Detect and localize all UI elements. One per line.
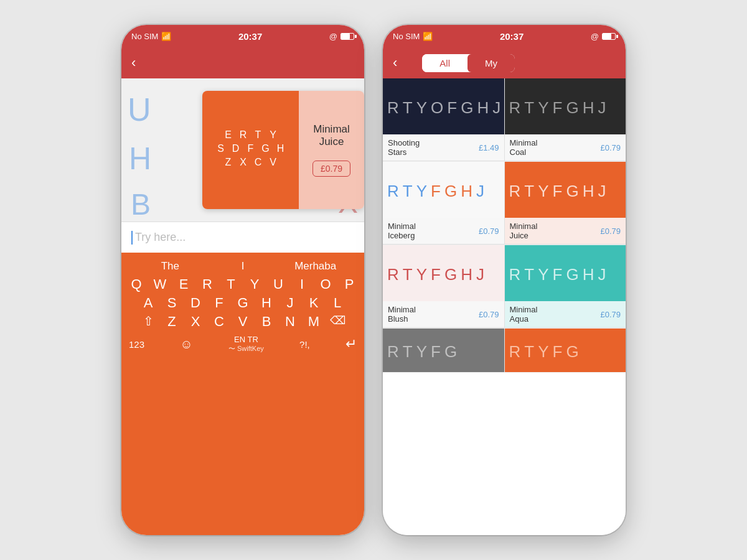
theme-price-minimal-juice: £0.79	[600, 226, 621, 236]
preview-area: U H B T F X E R T Y S D	[121, 78, 364, 222]
theme-thumb-minimal-coal: R T Y F G H J	[505, 78, 626, 134]
theme-thumb-minimal-juice: R T Y F G H J	[505, 162, 626, 218]
key-j[interactable]: J	[280, 296, 300, 310]
key-v[interactable]: V	[233, 315, 253, 329]
theme-card-info: Minimal Juice £0.79	[299, 91, 364, 209]
key-s[interactable]: S	[162, 296, 182, 310]
key-i[interactable]: I	[292, 278, 312, 291]
key-k[interactable]: K	[304, 296, 324, 310]
carrier-label-1: No SIM	[131, 32, 158, 41]
key-row-3: ⇧ Z X C V B N M ⌫	[124, 315, 362, 329]
key-e[interactable]: E	[174, 278, 194, 291]
lang-button[interactable]: EN TR	[228, 335, 264, 344]
theme-name-shooting-stars: ShootingStars	[388, 138, 420, 157]
prediction-3[interactable]: Merhaba	[279, 260, 352, 273]
float-letter-u: U	[128, 91, 151, 128]
theme-label-shooting-stars: ShootingStars £1.49	[383, 134, 504, 161]
theme-card-name: Minimal Juice	[305, 123, 358, 148]
key-n[interactable]: N	[280, 315, 300, 329]
tab-all[interactable]: All	[422, 54, 467, 72]
key-u[interactable]: U	[268, 278, 288, 291]
punctuation-button[interactable]: ?!,	[299, 339, 310, 350]
battery-icon-2	[602, 33, 616, 40]
key-w[interactable]: W	[150, 278, 170, 291]
status-bar-2: No SIM 📶 20:37 @	[383, 25, 626, 47]
theme-row-1: R T Y O F G H J ShootingStars £1.49	[383, 78, 626, 162]
key-b[interactable]: B	[256, 315, 276, 329]
key-p[interactable]: P	[339, 278, 359, 291]
backspace-icon[interactable]: ⌫	[327, 315, 347, 329]
prediction-1[interactable]: The	[134, 260, 207, 273]
segmented-control: All My	[422, 54, 515, 72]
theme-item-4-right[interactable]: R T Y F G	[505, 329, 626, 372]
theme-item-minimal-juice[interactable]: R T Y F G H J MinimalJuice £0.79	[505, 162, 626, 245]
swiftkey-logo: 〜 SwiftKey	[228, 344, 264, 353]
theme-thumb-4-left: R T Y F G	[383, 329, 504, 372]
theme-name-minimal-juice: MinimalJuice	[510, 222, 538, 240]
key-l[interactable]: L	[327, 296, 347, 310]
status-bar-1: No SIM 📶 20:37 @	[121, 25, 364, 47]
wifi-icon-1: 📶	[161, 32, 171, 41]
key-row-2: A S D F G H J K L	[124, 296, 362, 310]
emoji-icon[interactable]: ☺	[180, 337, 192, 352]
key-x[interactable]: X	[186, 315, 205, 329]
theme-row-4: R T Y F G R T Y	[383, 329, 626, 373]
theme-item-minimal-blush[interactable]: R T Y F G H J MinimalBlush £0.79	[383, 245, 504, 328]
theme-item-minimal-iceberg[interactable]: R T Y F G H J MinimalIceberg £0.79	[383, 162, 504, 245]
lock-icon-2: @	[591, 32, 599, 41]
key-t[interactable]: T	[221, 278, 241, 291]
key-o[interactable]: O	[316, 278, 336, 291]
return-icon[interactable]: ↵	[345, 336, 357, 352]
key-a[interactable]: A	[138, 296, 158, 310]
try-here-input[interactable]: Try here...	[121, 222, 364, 253]
theme-grid: R T Y O F G H J ShootingStars £1.49	[383, 78, 626, 535]
theme-item-4-left[interactable]: R T Y F G	[383, 329, 504, 372]
theme-price-minimal-aqua: £0.79	[600, 310, 621, 319]
theme-thumb-minimal-iceberg: R T Y F G H J	[383, 162, 504, 218]
float-letter-b: B	[131, 187, 151, 222]
nav-bar-1: ‹	[121, 47, 364, 78]
theme-item-shooting-stars[interactable]: R T Y O F G H J ShootingStars £1.49	[383, 78, 504, 161]
back-button-1[interactable]: ‹	[131, 55, 136, 71]
tab-my[interactable]: My	[467, 54, 515, 72]
try-placeholder: Try here...	[135, 231, 186, 244]
key-y[interactable]: Y	[245, 278, 265, 291]
theme-row-3: R T Y F G H J MinimalBlush £0.79	[383, 245, 626, 329]
back-button-2[interactable]: ‹	[393, 55, 397, 71]
price-button[interactable]: £0.79	[312, 161, 350, 177]
time-label-2: 20:37	[500, 31, 524, 42]
text-cursor	[131, 231, 133, 245]
theme-name-minimal-coal: MinimalCoal	[510, 138, 538, 157]
key-z[interactable]: Z	[162, 315, 182, 329]
key-h[interactable]: H	[256, 296, 276, 310]
theme-label-minimal-coal: MinimalCoal £0.79	[505, 134, 626, 161]
phone-2: No SIM 📶 20:37 @ ‹ All My	[383, 25, 626, 535]
swiftkey-swoosh: 〜	[228, 345, 235, 352]
theme-label-minimal-aqua: MinimalAqua £0.79	[505, 301, 626, 328]
theme-item-minimal-aqua[interactable]: R T Y F G H J MinimalAqua £0.79	[505, 245, 626, 328]
key-row-1: Q W E R T Y U I O P	[124, 278, 362, 291]
key-f[interactable]: F	[209, 296, 229, 310]
prediction-2[interactable]: I	[207, 260, 280, 273]
theme-thumb-minimal-aqua: R T Y F G H J	[505, 245, 626, 301]
num-button[interactable]: 123	[129, 339, 144, 350]
theme-card: E R T Y S D F G H Z X C	[202, 91, 364, 209]
key-r[interactable]: R	[197, 278, 217, 291]
theme-name-minimal-iceberg: MinimalIceberg	[388, 222, 416, 240]
battery-icon-1	[341, 33, 354, 40]
shift-icon[interactable]: ⇧	[138, 315, 158, 329]
theme-name-minimal-aqua: MinimalAqua	[510, 305, 538, 324]
time-label-1: 20:37	[238, 31, 262, 42]
key-m[interactable]: M	[304, 315, 324, 329]
bottom-row: 123 ☺ EN TR 〜 SwiftKey ?!, ↵	[124, 335, 362, 353]
carrier-label-2: No SIM	[393, 32, 420, 41]
theme-label-minimal-juice: MinimalJuice £0.79	[505, 218, 626, 245]
float-letter-h: H	[129, 141, 151, 177]
theme-item-minimal-coal[interactable]: R T Y F G H J MinimalCoal £0.79	[505, 78, 626, 161]
key-c[interactable]: C	[209, 315, 229, 329]
theme-thumb-shooting-stars: R T Y O F G H J	[383, 78, 504, 134]
key-q[interactable]: Q	[126, 278, 146, 291]
theme-label-minimal-iceberg: MinimalIceberg £0.79	[383, 218, 504, 245]
key-g[interactable]: G	[233, 296, 253, 310]
key-d[interactable]: D	[186, 296, 205, 310]
